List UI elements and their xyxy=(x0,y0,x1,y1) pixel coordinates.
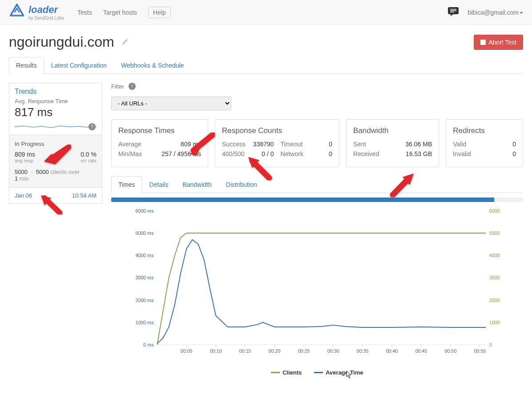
card-response-times: Response Times Average809 ms Min/Max257 … xyxy=(111,119,208,167)
svg-text:00:10: 00:10 xyxy=(210,348,222,354)
logo-subtitle: by SendGrid Labs xyxy=(28,16,64,20)
chart-legend: Clients Average Time xyxy=(111,368,523,376)
redirects-invalid: 0 xyxy=(512,150,516,157)
card-title: Bandwidth xyxy=(353,126,432,135)
in-progress-title: In Progress xyxy=(15,141,97,147)
stop-icon xyxy=(480,40,486,45)
svg-text:00:20: 00:20 xyxy=(269,348,281,354)
svg-text:00:35: 00:35 xyxy=(357,348,369,354)
bandwidth-sent: 36.06 MB xyxy=(405,141,432,148)
legend-clients[interactable]: Clients xyxy=(271,369,302,376)
chart-tab-details[interactable]: Details xyxy=(142,176,176,193)
svg-text:4000 ms: 4000 ms xyxy=(136,253,154,258)
chart-tab-distribution[interactable]: Distribution xyxy=(219,176,264,193)
svg-text:0: 0 xyxy=(489,342,492,347)
test-progress-bar xyxy=(111,197,523,202)
svg-text:5000 ms: 5000 ms xyxy=(136,230,154,236)
svg-text:00:25: 00:25 xyxy=(298,348,310,354)
logo[interactable]: loader by SendGrid Labs xyxy=(9,4,64,21)
err-rate-value: 0.0 % xyxy=(81,151,97,158)
card-title: Response Times xyxy=(118,126,201,135)
help-button[interactable]: Help xyxy=(148,7,171,18)
bandwidth-received: 16.53 GB xyxy=(406,150,432,157)
trends-sparkline: ? xyxy=(15,121,97,130)
trends-label: Avg. Response Time xyxy=(15,98,97,105)
abort-label: Abort Test xyxy=(488,39,516,46)
svg-text:6000: 6000 xyxy=(489,208,500,214)
success-count: 338790 xyxy=(253,141,274,148)
chevron-down-icon xyxy=(520,12,523,14)
duration-value: 1 xyxy=(15,175,18,182)
card-title: Redirects xyxy=(453,126,516,135)
svg-text:1000: 1000 xyxy=(489,320,500,325)
user-email: bibica@gmail.com xyxy=(468,9,519,16)
abort-test-button[interactable]: Abort Test xyxy=(474,35,523,50)
sidebar: Trends Avg. Response Time 817 ms ? In Pr… xyxy=(9,83,102,376)
clients-to: 5000 xyxy=(36,169,49,175)
chart-area: 0 ms1000 ms2000 ms3000 ms4000 ms5000 ms6… xyxy=(111,206,523,376)
timeout-count: 0 xyxy=(329,141,332,148)
svg-text:2000 ms: 2000 ms xyxy=(136,298,154,303)
svg-text:4000: 4000 xyxy=(489,253,500,258)
filter-label: Filter xyxy=(111,83,124,90)
svg-text:00:45: 00:45 xyxy=(415,348,427,354)
trends-value: 817 ms xyxy=(15,105,97,119)
info-icon[interactable]: ! xyxy=(129,83,136,90)
card-redirects: Redirects Valid0 Invalid0 xyxy=(446,119,523,167)
info-icon[interactable]: ? xyxy=(89,123,96,130)
svg-text:1000 ms: 1000 ms xyxy=(136,320,154,325)
chart-tab-bandwidth[interactable]: Bandwidth xyxy=(175,176,218,193)
avg-resp-value: 809 ms xyxy=(15,151,35,158)
avg-resp-label: avg resp xyxy=(15,158,35,163)
error-count: 0 / 0 xyxy=(262,150,274,157)
svg-text:00:55: 00:55 xyxy=(474,348,486,354)
svg-text:0 ms: 0 ms xyxy=(143,342,153,347)
loader-logo-icon xyxy=(9,4,25,21)
in-progress-card[interactable]: In Progress 809 ms avg resp 0.0 % err ra… xyxy=(9,135,102,188)
svg-text:3000 ms: 3000 ms xyxy=(136,275,154,280)
card-response-counts: Response Counts Success338790 Timeout0 4… xyxy=(215,119,339,167)
chart-tabs: Times Details Bandwidth Distribution xyxy=(111,176,523,193)
tab-latest-config[interactable]: Latest Configuration xyxy=(44,57,114,74)
svg-text:00:15: 00:15 xyxy=(239,348,251,354)
nav-target-hosts[interactable]: Target hosts xyxy=(103,9,137,16)
tab-results[interactable]: Results xyxy=(9,57,44,74)
clients-from: 5000 xyxy=(15,169,28,175)
avg-response-time: 809 ms xyxy=(181,141,201,148)
redirects-valid: 0 xyxy=(512,141,516,148)
filter-select[interactable]: - All URLs - xyxy=(111,97,231,110)
svg-text:00:50: 00:50 xyxy=(445,348,457,354)
test-date: Jan 06 xyxy=(15,192,32,199)
card-bandwidth: Bandwidth Sent36.06 MB Received16.53 GB xyxy=(346,119,439,167)
svg-text:3000: 3000 xyxy=(489,275,500,280)
logo-title: loader xyxy=(28,4,64,16)
user-menu[interactable]: bibica@gmail.com xyxy=(468,9,523,16)
test-run-link[interactable]: Jan 06 10:54 AM xyxy=(9,188,102,203)
svg-text:2000: 2000 xyxy=(489,298,500,303)
tab-webhooks[interactable]: Webhooks & Schedule xyxy=(114,57,191,74)
svg-text:6000 ms: 6000 ms xyxy=(136,208,154,214)
minmax-response-time: 257 / 4956 ms xyxy=(161,150,201,157)
legend-avg-time[interactable]: Average Time xyxy=(314,369,363,376)
edit-icon[interactable] xyxy=(121,37,130,47)
nav-tests[interactable]: Tests xyxy=(77,9,92,16)
network-count: 0 xyxy=(329,150,332,157)
svg-text:5000: 5000 xyxy=(489,230,500,236)
card-title: Response Counts xyxy=(222,126,332,135)
progress-fill xyxy=(111,197,494,202)
err-rate-label: err rate xyxy=(81,158,97,163)
chat-icon[interactable] xyxy=(448,7,459,17)
svg-text:00:30: 00:30 xyxy=(327,348,339,354)
trends-title[interactable]: Trends xyxy=(15,88,97,96)
page-title: ngoirungdui.com xyxy=(9,34,114,50)
test-time: 10:54 AM xyxy=(72,192,97,199)
svg-text:00:40: 00:40 xyxy=(386,348,398,354)
svg-text:00:05: 00:05 xyxy=(181,348,193,354)
main-content: Filter ! - All URLs - Response Times Ave… xyxy=(111,83,523,376)
navbar: loader by SendGrid Labs Tests Target hos… xyxy=(0,0,532,25)
main-tabs: Results Latest Configuration Webhooks & … xyxy=(9,57,523,74)
time-series-chart: 0 ms1000 ms2000 ms3000 ms4000 ms5000 ms6… xyxy=(111,206,523,362)
chart-tab-times[interactable]: Times xyxy=(111,176,142,193)
